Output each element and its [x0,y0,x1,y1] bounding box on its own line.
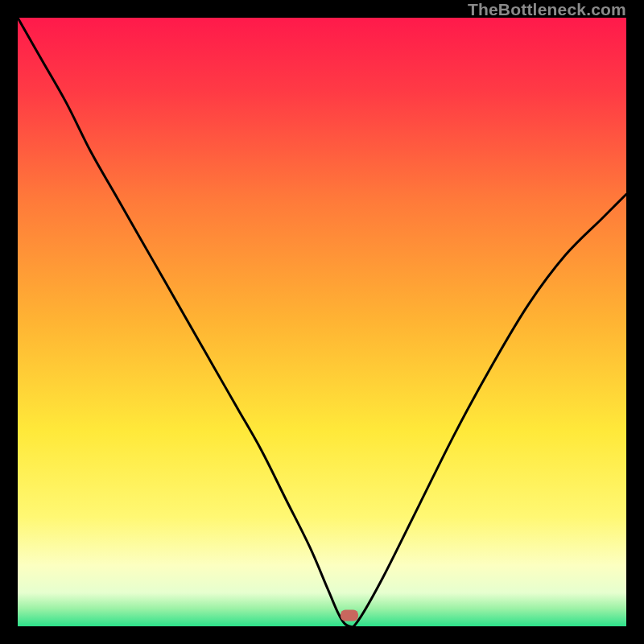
optimum-marker [341,609,358,621]
chart-frame: TheBottleneck.com [0,0,644,644]
gradient-background [18,18,626,626]
chart-svg [18,18,626,626]
watermark-text: TheBottleneck.com [468,0,626,19]
plot-area [18,18,626,626]
